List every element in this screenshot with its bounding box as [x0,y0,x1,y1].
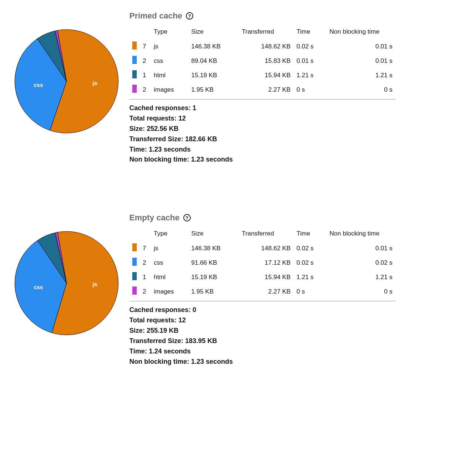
legend-swatch-js [132,41,137,50]
row-transferred: 2.27 KB [239,284,293,299]
header-nbt: Non blocking time [327,228,395,241]
row-count: 2 [140,54,151,68]
summary-total-value: 12 [178,316,186,324]
row-size: 15.19 KB [188,270,239,284]
table-row: 7 js 146.38 KB 148.62 KB 0.02 s 0.01 s [129,39,395,54]
summary-total-label: Total requests: [129,316,177,324]
header-nbt: Non blocking time [327,26,395,39]
row-transferred: 2.27 KB [239,82,293,97]
section-title: Primed cache ? [129,11,395,21]
summary-tsize-label: Transferred Size: [129,337,183,345]
row-nbt: 0.01 s [327,241,395,255]
row-type: html [151,270,188,284]
row-type: images [151,82,188,97]
row-nbt: 1.21 s [327,68,395,82]
row-size: 1.95 KB [188,284,239,299]
pie-label-js: js [92,281,98,288]
summary-time-label: Time: [129,348,147,355]
summary-cached-label: Cached responses: [129,306,191,314]
row-nbt: 0 s [327,284,395,299]
header-type: Type [151,26,188,39]
help-icon[interactable]: ? [183,214,191,221]
summary-size-label: Size: [129,327,145,334]
row-count: 2 [140,82,151,97]
pie-label-css: css [34,82,43,88]
header-type: Type [151,228,188,241]
legend-swatch-html [132,272,137,280]
row-time: 1.21 s [293,270,326,284]
row-time: 0.01 s [293,54,326,68]
row-type: css [151,255,188,270]
summary-nbt-value: 1.23 seconds [191,156,233,163]
summary-time-value: 1.24 seconds [149,348,191,355]
resource-table: Type Size Transferred Time Non blocking … [129,26,395,97]
details-column: Empty cache ? Type Size Transferred Time… [129,213,395,367]
summary-size-value: 255.19 KB [147,327,178,334]
row-time: 0.02 s [293,255,326,270]
row-transferred: 17.12 KB [239,255,293,270]
pie-chart: jscss [11,26,122,137]
table-row: 1 html 15.19 KB 15.94 KB 1.21 s 1.21 s [129,270,395,284]
row-count: 1 [140,68,151,82]
legend-swatch-js [132,243,137,251]
summary-nbt-label: Non blocking time: [129,156,189,163]
row-count: 7 [140,39,151,54]
summary-tsize-value: 183.95 KB [185,337,217,345]
chart-column: jscss [11,213,129,339]
table-row: 2 css 89.04 KB 15.83 KB 0.01 s 0.01 s [129,54,395,68]
row-time: 1.21 s [293,68,326,82]
section-title-text: Primed cache [129,11,182,21]
legend-swatch-images [132,287,137,295]
pie-chart: jscss [11,228,122,339]
summary-nbt-label: Non blocking time: [129,358,189,365]
row-transferred: 148.62 KB [239,39,293,54]
row-transferred: 15.83 KB [239,54,293,68]
header-time: Time [293,26,326,39]
row-count: 1 [140,270,151,284]
chart-column: jscss [11,11,129,137]
summary-cached-label: Cached responses: [129,104,191,112]
row-transferred: 15.94 KB [239,270,293,284]
row-time: 0.02 s [293,241,326,255]
row-type: js [151,39,188,54]
divider [129,99,395,99]
row-nbt: 0.01 s [327,39,395,54]
table-header-row: Type Size Transferred Time Non blocking … [129,228,395,241]
summary-cached-value: 1 [193,104,196,112]
row-type: css [151,54,188,68]
summary-size-value: 252.56 KB [147,125,178,132]
summary-size-label: Size: [129,125,145,132]
row-count: 2 [140,284,151,299]
summary-tsize-label: Transferred Size: [129,135,183,143]
legend-swatch-html [132,70,137,78]
pie-label-css: css [34,284,43,290]
summary-total-value: 12 [178,115,186,122]
row-size: 1.95 KB [188,82,239,97]
row-size: 146.38 KB [188,241,239,255]
header-size: Size [188,26,239,39]
row-time: 0.02 s [293,39,326,54]
table-row: 2 images 1.95 KB 2.27 KB 0 s 0 s [129,82,395,97]
section-title-text: Empty cache [129,213,180,223]
summary: Cached responses: 0 Total requests: 12 S… [129,305,395,367]
row-transferred: 15.94 KB [239,68,293,82]
help-icon[interactable]: ? [186,12,193,20]
details-column: Primed cache ? Type Size Transferred Tim… [129,11,395,165]
header-size: Size [188,228,239,241]
header-transferred: Transferred [239,228,293,241]
header-time: Time [293,228,326,241]
row-size: 146.38 KB [188,39,239,54]
row-type: images [151,284,188,299]
row-type: js [151,241,188,255]
legend-swatch-images [132,85,137,93]
summary-time-label: Time: [129,146,147,153]
row-size: 89.04 KB [188,54,239,68]
row-size: 91.66 KB [188,255,239,270]
summary: Cached responses: 1 Total requests: 12 S… [129,103,395,165]
legend-swatch-css [132,56,137,64]
pie-label-js: js [92,80,98,86]
header-transferred: Transferred [239,26,293,39]
summary-tsize-value: 182.66 KB [185,135,217,143]
section-title: Empty cache ? [129,213,395,223]
table-row: 2 css 91.66 KB 17.12 KB 0.02 s 0.02 s [129,255,395,270]
